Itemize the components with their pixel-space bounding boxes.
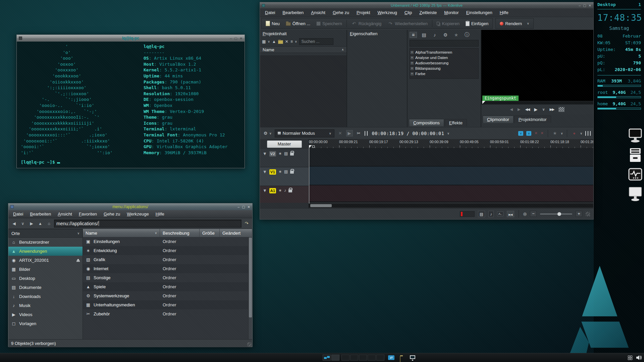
insert-zone-icon[interactable]: ∨ [526,131,531,136]
menu-einstellungen[interactable]: Einstellungen [463,9,496,16]
dock-screen-icon[interactable] [628,187,642,201]
copy-button[interactable]: Kopieren [434,20,462,27]
favorite-effects-icon[interactable]: ★ [552,131,558,136]
monitor-zone-bar[interactable] [481,101,593,104]
redo-button[interactable]: ↷Wiederherstellen [385,20,430,27]
category-audioverbesserung[interactable]: +Audioverbesserung [411,60,478,66]
paste-button[interactable]: Einfügen [463,20,491,27]
kdenlive-titlebar[interactable]: Unbenannt / HD 1080p 25 fps — Kdenlive –… [260,2,593,8]
sidebar-item-musik[interactable]: ♪Musik [8,301,83,310]
show-markers-button[interactable]: A.. [497,212,503,216]
address-bar[interactable]: menu://applications/ [54,220,241,228]
overwrite-zone-icon[interactable]: ∨ [518,131,523,136]
audio-effects-icon[interactable]: ♪ [431,32,438,38]
close-button[interactable]: ✕ [240,37,243,40]
menu-gehe-zu[interactable]: Gehe zu [100,211,123,217]
menu-zeitleiste[interactable]: Zeitleiste [416,9,440,16]
record-icon[interactable]: ● [571,131,577,136]
minimize-button[interactable]: – [579,4,581,7]
sidebar-item-benutzerordner[interactable]: ⌂Benutzerordner [8,238,83,247]
lock-icon[interactable] [290,153,294,156]
chevron-down-icon[interactable]: ∨ [561,132,563,135]
file-row-sonstige[interactable]: ▤SonstigeOrdner [83,273,252,282]
history-chevron-icon[interactable]: ∨ [19,221,26,226]
terminal-body[interactable]: ' 'o' 'ooo' 'ooxoo' 'ooxxxoo' 'oookkxxoo… [17,42,245,168]
save-button[interactable]: Speichern [314,20,345,27]
track-target-icon[interactable]: ▼ [263,188,267,193]
zone-mode-icon[interactable] [558,107,565,112]
home-icon[interactable]: ⌂ [45,221,53,226]
info-icon[interactable]: ⓘ [463,32,471,38]
view-menu-icon[interactable]: ≡ [290,39,293,44]
file-row-internet[interactable]: ◉InternetOrdner [83,264,252,273]
snap-button[interactable]: ▶|◀ [507,211,514,217]
file-row-entwicklung[interactable]: ∗EntwicklungOrdner [83,246,252,255]
create-folder-icon[interactable] [278,40,283,44]
video-thumbnails-icon[interactable]: ▤ [284,151,288,156]
tab-projektmonitor[interactable]: Projektmonitor [514,116,551,123]
menu-clip[interactable]: Clip [401,9,416,16]
chevron-down-icon[interactable]: ∨ [447,132,449,135]
lock-icon[interactable] [290,171,294,174]
file-row-grafik[interactable]: ▧GrafikOrdner [83,255,252,264]
menu-projekt[interactable]: Projekt [353,9,374,16]
master-button[interactable]: Master [267,140,302,148]
undo-button[interactable]: ↶Rückgängig [348,20,384,27]
slider-knob[interactable] [557,212,561,216]
maximize-button[interactable]: ▢ [583,4,586,7]
open-button[interactable]: Öffnen ... [283,20,313,27]
places-selector[interactable]: Orte ∨ [8,229,83,238]
zone-point-icon[interactable] [312,145,315,148]
timeline-horizontal-scrollbar[interactable] [309,204,593,207]
minimize-button[interactable]: – [230,37,232,40]
volume-icon[interactable] [636,355,642,360]
skip-start-icon[interactable]: ◀ [510,107,513,112]
track-label[interactable]: A1 [269,188,276,193]
resize-grip[interactable] [586,212,590,216]
task-slot[interactable] [368,355,376,361]
track-label[interactable]: V1 [269,169,276,175]
list-view-icon[interactable]: ≡ [410,32,417,38]
vertical-scrollbar[interactable] [248,237,252,339]
forward-icon[interactable]: ▶ [28,221,35,226]
chevron-down-icon[interactable]: ∨ [580,132,582,135]
shell-prompt[interactable]: [lq@lq-pc ~]$ [21,159,60,165]
lift-zone-icon[interactable]: ✕ [541,131,544,135]
show-audio-thumbnails-button[interactable]: ♪ [488,211,494,217]
menu-bearbeiten[interactable]: Bearbeiten [279,9,307,16]
category-farbe[interactable]: +Farbe [411,71,478,76]
menu-monitor[interactable]: Monitor [440,9,462,16]
zoom-in-button[interactable]: + [576,211,582,217]
menu-bearbeiten[interactable]: Bearbeiten [26,211,54,217]
menu-datei[interactable]: Datei [10,211,26,217]
menu-werkzeuge[interactable]: Werkzeuge [123,211,152,217]
wrench-icon[interactable]: ⚙ [263,131,268,136]
menu-ansicht[interactable]: Ansicht [307,9,329,16]
column-header-groesse[interactable]: Größe [200,229,220,237]
transfer-tray-icon[interactable]: ⇄ [388,355,394,360]
render-button[interactable]: Rendern∨ [497,20,532,27]
sidebar-item-videos[interactable]: ▶Videos [8,310,83,319]
zoom-out-button[interactable]: − [530,211,537,217]
maximize-button[interactable]: ▢ [234,37,237,40]
task-slot[interactable] [376,355,384,361]
project-clip-list[interactable] [260,55,346,127]
folder-tray-icon[interactable] [400,356,400,362]
mixer-icon[interactable] [585,131,591,136]
playhead-line[interactable] [309,145,309,203]
sidebar-item-desktop[interactable]: ▭Desktop [8,274,83,283]
project-search-input[interactable] [299,38,333,45]
category-analyse-und-daten[interactable]: +Analyse und Daten [411,55,478,60]
column-header-beschreibung[interactable]: Beschreibung [160,229,200,237]
close-button[interactable]: ✕ [248,205,250,209]
dock-file-cabinet-icon[interactable] [628,148,642,163]
effects-icon[interactable]: ∗ [278,151,282,156]
timeline-play-icon[interactable]: ▶ [346,130,353,136]
add-clip-icon[interactable]: ▦ [262,39,266,44]
dock-display-icon[interactable] [628,128,642,143]
file-row-spiele[interactable]: ▲SpieleOrdner [83,282,252,291]
chevron-down-icon[interactable]: ∨ [268,40,270,43]
workspace-2[interactable] [331,355,339,361]
effects-icon[interactable]: ∗ [278,169,282,174]
category-bildanpassung[interactable]: +Bildanpassung [411,66,478,71]
